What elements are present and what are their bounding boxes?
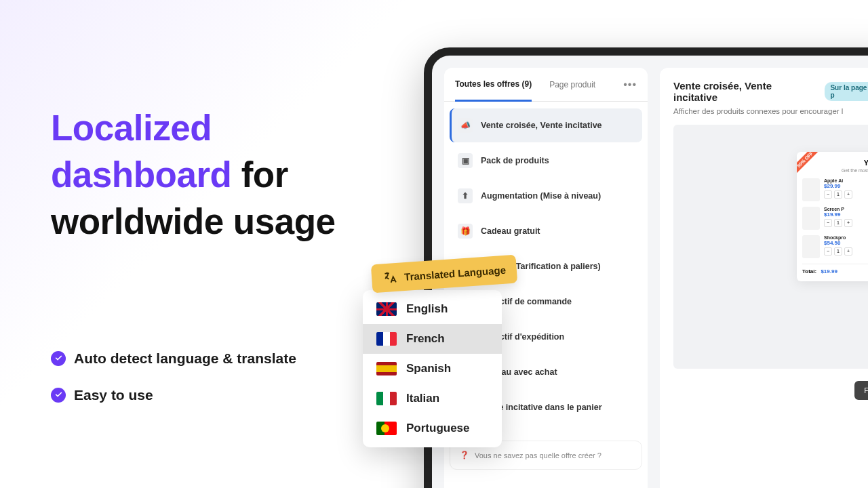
qty-stepper[interactable]: −1+ bbox=[824, 247, 868, 256]
language-label: French bbox=[406, 332, 445, 346]
offer-label: Augmentation (Mise à niveau) bbox=[481, 191, 601, 201]
placement-badge: Sur la page p bbox=[825, 82, 868, 101]
offers-tabs: Toutes les offres (9) Page produit ••• bbox=[444, 68, 648, 102]
product-thumb bbox=[802, 235, 820, 258]
tab-all-offers[interactable]: Toutes les offres (9) bbox=[455, 68, 532, 102]
offer-label: Pack de produits bbox=[481, 156, 549, 165]
primary-action-button[interactable]: F bbox=[854, 381, 868, 400]
language-label: Italian bbox=[406, 392, 439, 405]
total-value: $19.99 bbox=[821, 268, 837, 274]
product-name: Apple Ai bbox=[824, 178, 868, 183]
language-option-italian[interactable]: Italian bbox=[363, 384, 502, 413]
preview-total: Total: $19.99 bbox=[802, 264, 868, 274]
qty-stepper[interactable]: −1+ bbox=[824, 190, 868, 199]
preview-title: Yo bbox=[802, 159, 868, 167]
product-price: $54.50 bbox=[824, 240, 868, 246]
offer-label: Vente croisée, Vente incitative bbox=[481, 121, 602, 130]
check-icon bbox=[51, 388, 66, 403]
offer-item-upgrade[interactable]: ⬆ Augmentation (Mise à niveau) bbox=[450, 179, 642, 213]
feature-list: Auto detect language & translate Easy to… bbox=[51, 350, 342, 403]
qty-stepper[interactable]: −1+ bbox=[824, 219, 868, 227]
offer-item-bundle[interactable]: ▣ Pack de produits bbox=[450, 144, 642, 178]
feature-text: Easy to use bbox=[74, 387, 153, 403]
language-option-english[interactable]: English bbox=[363, 294, 502, 324]
language-dropdown[interactable]: English French Spanish Italian Portugues… bbox=[363, 290, 502, 447]
detail-header: Vente croisée, Vente incitative Sur la p… bbox=[673, 80, 868, 103]
help-icon: ❓ bbox=[460, 451, 469, 460]
offer-detail-panel: Vente croisée, Vente incitative Sur la p… bbox=[660, 68, 868, 488]
headline: Localized dashboard for worldwide usage bbox=[51, 105, 342, 245]
preview-product: Apple Ai $29.99 −1+ bbox=[802, 178, 868, 201]
product-price: $29.99 bbox=[824, 183, 868, 189]
detail-subtitle: Afficher des produits connexes pour enco… bbox=[673, 107, 868, 115]
product-name: Screen P bbox=[824, 207, 868, 211]
upgrade-icon: ⬆ bbox=[458, 188, 473, 203]
translated-language-label: Translated Language bbox=[404, 264, 507, 282]
preview-product: Shockpro $54.50 −1+ bbox=[802, 235, 868, 258]
feature-item: Auto detect language & translate bbox=[51, 350, 342, 367]
hint-text: Vous ne savez pas quelle offre créer ? bbox=[475, 451, 601, 460]
flag-en-icon bbox=[376, 302, 397, 316]
offer-preview: 50% OFF Yo Get the most o Apple Ai $29.9… bbox=[673, 125, 868, 369]
product-name: Shockpro bbox=[824, 235, 868, 240]
check-icon bbox=[51, 351, 66, 366]
translate-icon bbox=[382, 270, 397, 285]
offer-item-free-gift[interactable]: 🎁 Cadeau gratuit bbox=[450, 214, 642, 248]
language-label: Spanish bbox=[406, 362, 451, 375]
flag-es-icon bbox=[376, 362, 397, 375]
detail-title: Vente croisée, Vente incitative bbox=[673, 80, 818, 103]
megaphone-icon: 📣 bbox=[458, 118, 473, 133]
gift-icon: 🎁 bbox=[458, 224, 473, 239]
language-label: English bbox=[406, 302, 448, 316]
flag-it-icon bbox=[376, 392, 397, 405]
marketing-left-column: Localized dashboard for worldwide usage … bbox=[51, 105, 342, 424]
preview-widget: 50% OFF Yo Get the most o Apple Ai $29.9… bbox=[797, 152, 868, 281]
flag-pt-icon bbox=[376, 422, 397, 435]
language-label: Portuguese bbox=[406, 422, 470, 435]
language-option-portuguese[interactable]: Portuguese bbox=[363, 413, 502, 443]
offer-label: Cadeau gratuit bbox=[481, 226, 540, 236]
preview-product: Screen P $19.99 −1+ bbox=[802, 207, 868, 230]
product-thumb bbox=[802, 178, 820, 201]
flag-fr-icon bbox=[376, 332, 397, 346]
language-option-french[interactable]: French bbox=[363, 324, 502, 354]
language-option-spanish[interactable]: Spanish bbox=[363, 354, 502, 384]
preview-sub: Get the most o bbox=[802, 168, 868, 173]
feature-text: Auto detect language & translate bbox=[74, 350, 296, 367]
total-label: Total: bbox=[802, 268, 816, 274]
offer-item-cross-sell[interactable]: 📣 Vente croisée, Vente incitative bbox=[450, 108, 642, 142]
product-price: $19.99 bbox=[824, 211, 868, 218]
tab-more-icon[interactable]: ••• bbox=[623, 79, 637, 91]
bundle-icon: ▣ bbox=[458, 153, 473, 168]
product-thumb bbox=[802, 207, 820, 230]
tab-product-page[interactable]: Page produit bbox=[549, 69, 595, 100]
detail-footer: F bbox=[673, 381, 868, 400]
headline-accent: Localized dashboard bbox=[51, 108, 231, 195]
feature-item: Easy to use bbox=[51, 387, 342, 403]
